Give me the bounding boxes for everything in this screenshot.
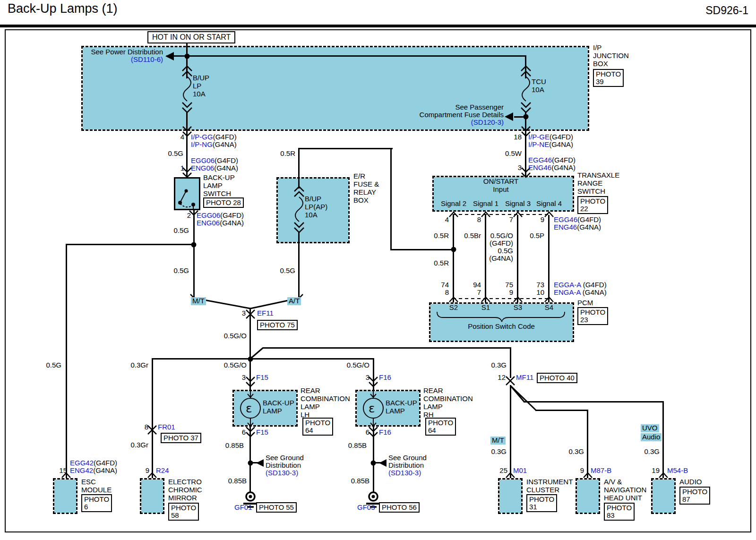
wire-segment xyxy=(249,358,251,390)
wire-segment xyxy=(152,358,374,360)
wire-gauge: 0.5G xyxy=(173,227,189,235)
component-label: A/V & xyxy=(604,478,622,486)
component-label: SWITCH xyxy=(577,188,605,196)
wire-segment xyxy=(251,462,258,463)
pin-number: 7 xyxy=(509,216,513,224)
pin-number: 4 xyxy=(445,216,449,224)
sd130-3-link[interactable]: (SD130-3) xyxy=(266,469,298,477)
wire-gauge: 0.3G xyxy=(491,448,507,456)
sd120-3-link[interactable]: (SD120-3) xyxy=(471,119,504,127)
component-label: INSTRUMENT xyxy=(526,478,573,486)
wire-gauge: 0.5G/O xyxy=(224,361,247,369)
ground-gf01: GF01 xyxy=(234,504,252,512)
wire-segment xyxy=(510,347,511,378)
connector-f15: F15 xyxy=(256,429,268,437)
photo-87-ref[interactable]: PHOTO87 xyxy=(679,487,710,505)
photo-83-ref[interactable]: PHOTO83 xyxy=(604,503,635,521)
component-label: LAMP xyxy=(386,407,405,415)
connector-bus-dashed xyxy=(453,298,550,299)
wire-gauge: 0.3G xyxy=(568,448,584,456)
wire-gauge: 0.5G xyxy=(168,150,183,158)
page-title: Back-Up Lamps (1) xyxy=(8,5,118,13)
ground-gf03: GF03 xyxy=(357,504,375,512)
component-label: PCM xyxy=(577,299,593,307)
pcm-s-label: S2 xyxy=(449,304,458,312)
wire-segment xyxy=(250,390,251,398)
wire-gauge: 0.3G xyxy=(491,361,507,369)
fuse-label: TCU xyxy=(532,78,546,86)
photo-37-ref[interactable]: PHOTO 37 xyxy=(161,433,201,443)
photo-39-ref[interactable]: PHOTO39 xyxy=(593,69,624,87)
fuse-label: 10A xyxy=(305,211,318,219)
photo-75-ref[interactable]: PHOTO 75 xyxy=(257,320,298,330)
wire-segment xyxy=(173,55,526,57)
signal-label: Signal 1 xyxy=(473,200,498,208)
pin-number: 15 xyxy=(59,467,67,475)
avn-head-unit-box xyxy=(576,478,600,514)
wire-code: ENG46(G4NA) xyxy=(554,223,601,231)
transaxle-input-label: Input xyxy=(493,186,508,194)
pin-number: 6 xyxy=(366,429,369,437)
photo-23-ref[interactable]: PHOTO23 xyxy=(577,307,608,325)
photo-40-ref[interactable]: PHOTO 40 xyxy=(537,373,577,383)
wire-gauge: 0.5G xyxy=(46,361,61,369)
photo-28-ref[interactable]: PHOTO 28 xyxy=(203,197,244,208)
wire-segment xyxy=(662,401,664,478)
photo-56-ref[interactable]: PHOTO 56 xyxy=(379,502,420,513)
wire-gauge: 0.5P xyxy=(530,232,544,240)
component-label: HEAD UNIT xyxy=(604,494,642,502)
fuse-label: 10A xyxy=(193,90,206,98)
pin-number: 8 xyxy=(145,423,148,431)
wire-code: I/P-NE(G4NA) xyxy=(528,141,573,149)
component-label: BACK-UP xyxy=(203,174,235,182)
photo-64-ref[interactable]: PHOTO64 xyxy=(302,418,333,436)
component-label: RANGE xyxy=(577,180,602,188)
fuse-label: LP xyxy=(193,82,201,90)
wire-gauge: 0.3G xyxy=(644,448,660,456)
wire-segment xyxy=(152,358,153,478)
photo-6-ref[interactable]: PHOTO6 xyxy=(81,494,112,512)
header-divider xyxy=(0,25,756,27)
component-label: LAMP xyxy=(203,182,223,190)
connector-f16: F16 xyxy=(379,429,391,437)
photo-22-ref[interactable]: PHOTO22 xyxy=(577,196,608,214)
connector-mf11: MF11 xyxy=(516,374,533,382)
connector-f16: F16 xyxy=(379,374,391,382)
sd110-6-link[interactable]: (SD110-6) xyxy=(131,56,163,64)
position-switch-code-label: Position Switch Code xyxy=(468,323,535,331)
signal-label: Signal 3 xyxy=(505,200,531,208)
component-label: TRANSAXLE xyxy=(577,171,619,180)
wire-gauge: 0.5G xyxy=(173,267,189,275)
wire-gauge: 0.85B xyxy=(348,442,367,450)
wire-segment xyxy=(525,112,526,176)
wire-segment xyxy=(66,244,194,245)
wire-gauge: 0.5W xyxy=(505,150,522,158)
component-label: MIRROR xyxy=(168,494,197,502)
pcm-s-label: S1 xyxy=(481,304,490,312)
photo-31-ref[interactable]: PHOTO31 xyxy=(526,494,557,512)
component-label: BOX xyxy=(353,197,369,205)
wire-segment xyxy=(535,410,588,411)
pin-number: 4 xyxy=(180,133,184,141)
pin-number: 3 xyxy=(242,374,246,382)
wire-gauge: 0.5G/O xyxy=(224,332,247,340)
sd130-3-link[interactable]: (SD130-3) xyxy=(388,469,421,477)
wire-segment xyxy=(373,390,374,398)
pin-number: 3 xyxy=(366,374,369,382)
wire-gauge: 0.3Gr xyxy=(130,361,148,369)
photo-58-ref[interactable]: PHOTO58 xyxy=(168,503,199,521)
photo-64-ref[interactable]: PHOTO64 xyxy=(425,418,456,436)
photo-55-ref[interactable]: PHOTO 55 xyxy=(256,502,297,513)
instrument-cluster-box xyxy=(498,478,523,514)
connector-r24: R24 xyxy=(156,467,169,475)
wire-segment xyxy=(510,385,511,478)
connector-fr01: FR01 xyxy=(158,423,175,431)
wire-segment xyxy=(193,210,195,299)
esc-module-box xyxy=(53,478,77,514)
wire-gauge: 0.85B xyxy=(225,442,244,450)
wire-segment xyxy=(548,215,550,302)
connector-m01: M01 xyxy=(513,467,527,475)
wire-segment xyxy=(587,410,588,478)
wire-segment xyxy=(250,418,251,427)
component-label: ELECTRO xyxy=(168,478,202,486)
